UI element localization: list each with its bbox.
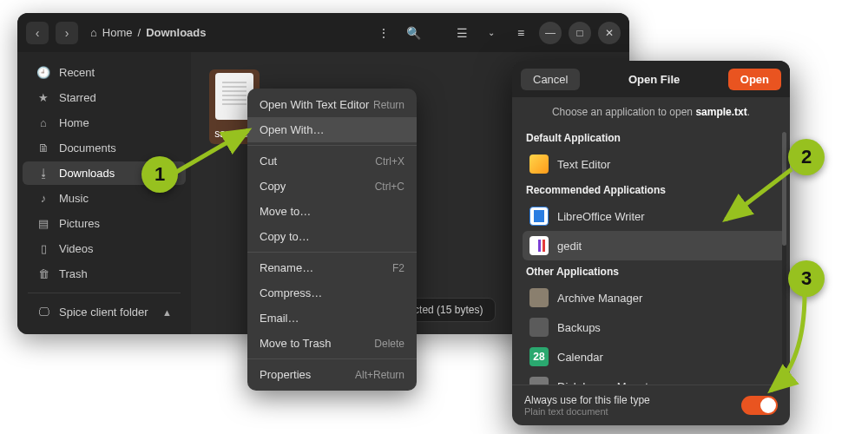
- dialog-subtitle: Choose an application to open sample.txt…: [512, 97, 790, 127]
- sidebar-item-trash[interactable]: 🗑Trash: [23, 262, 186, 286]
- ctx-copy[interactable]: CopyCtrl+C: [247, 174, 417, 199]
- app-disk-image-mounter[interactable]: Disk Image Mounter: [523, 372, 786, 385]
- open-button[interactable]: Open: [728, 69, 781, 90]
- home-icon: ⌂: [90, 26, 97, 39]
- ctx-shortcut: F2: [392, 262, 404, 274]
- application-list[interactable]: Default Application Text Editor Recommen…: [512, 127, 790, 385]
- view-dropdown-icon[interactable]: ⌄: [480, 22, 503, 44]
- ctx-label: Cut: [260, 155, 277, 168]
- context-menu: Open With Text EditorReturn Open With… C…: [247, 89, 417, 391]
- sidebar-item-label: Home: [59, 116, 89, 129]
- sidebar-item-videos[interactable]: ▯Videos: [23, 237, 186, 260]
- app-label: Archive Manager: [557, 292, 642, 305]
- open-file-dialog: Cancel Open File Open Choose an applicat…: [512, 61, 790, 425]
- sidebar-item-label: Spice client folder: [59, 306, 148, 319]
- dialog-title: Open File: [628, 73, 680, 86]
- document-icon: 🗎: [36, 141, 50, 155]
- backups-icon: [529, 318, 549, 337]
- sidebar: 🕘Recent ★Starred ⌂Home 🗎Documents ⭳Downl…: [17, 52, 191, 334]
- trash-icon: 🗑: [36, 267, 50, 280]
- disk-image-mounter-icon: [529, 377, 549, 385]
- ctx-compress[interactable]: Compress…: [247, 280, 417, 306]
- breadcrumb-current[interactable]: Downloads: [146, 26, 206, 39]
- ctx-shortcut: Return: [373, 99, 404, 111]
- sidebar-item-label: Recent: [59, 66, 95, 79]
- sidebar-item-starred[interactable]: ★Starred: [23, 86, 186, 109]
- nav-forward-button[interactable]: ›: [56, 22, 78, 44]
- sidebar-divider: [28, 293, 181, 293]
- star-icon: ★: [36, 91, 50, 104]
- ctx-separator: [247, 252, 417, 253]
- window-maximize-button[interactable]: □: [569, 22, 591, 44]
- hamburger-menu-button[interactable]: ≡: [510, 22, 532, 44]
- annotation-badge-3: 3: [788, 260, 825, 297]
- ctx-label: Open With Text Editor: [260, 98, 369, 111]
- ctx-move-to[interactable]: Move to…: [247, 199, 417, 224]
- ctx-open-with[interactable]: Open With…: [247, 117, 417, 142]
- sidebar-item-pictures[interactable]: ▤Pictures: [23, 212, 186, 235]
- ctx-move-to-trash[interactable]: Move to TrashDelete: [247, 331, 417, 356]
- ctx-rename[interactable]: Rename…F2: [247, 255, 417, 280]
- file-manager-header: ‹ › ⌂ Home / Downloads ⋮ 🔍 ☰ ⌄ ≡ — □ ✕: [17, 13, 629, 52]
- ctx-label: Copy to…: [260, 230, 310, 243]
- gedit-icon: [529, 236, 549, 255]
- videos-icon: ▯: [36, 242, 50, 255]
- app-label: Calendar: [557, 351, 603, 364]
- app-text-editor[interactable]: Text Editor: [523, 149, 786, 179]
- app-libreoffice-writer[interactable]: LibreOffice Writer: [523, 201, 786, 231]
- ctx-label: Open With…: [260, 123, 324, 136]
- text-editor-icon: [529, 155, 549, 174]
- ctx-shortcut: Ctrl+C: [375, 181, 404, 193]
- app-label: Disk Image Mounter: [557, 380, 658, 385]
- sidebar-item-label: Pictures: [59, 217, 100, 230]
- app-label: Text Editor: [557, 158, 610, 171]
- sidebar-item-label: Videos: [59, 242, 94, 255]
- dialog-subtitle-filename: sample.txt: [695, 106, 746, 118]
- ctx-label: Properties: [260, 368, 311, 381]
- app-gedit[interactable]: gedit: [523, 231, 786, 260]
- app-label: gedit: [557, 240, 582, 253]
- breadcrumb-separator: /: [138, 26, 141, 39]
- sidebar-item-label: Documents: [59, 141, 116, 155]
- section-other: Other Applications: [523, 260, 786, 283]
- path-menu-button[interactable]: ⋮: [372, 22, 395, 44]
- ctx-properties[interactable]: PropertiesAlt+Return: [247, 362, 417, 387]
- libreoffice-writer-icon: [529, 207, 549, 226]
- nav-back-button[interactable]: ‹: [26, 22, 49, 44]
- monitor-icon: 🖵: [36, 306, 50, 319]
- app-backups[interactable]: Backups: [523, 312, 786, 342]
- dialog-footer: Always use for this file type Plain text…: [512, 385, 790, 425]
- app-calendar[interactable]: 28Calendar: [523, 342, 786, 372]
- sidebar-item-label: Trash: [59, 267, 88, 280]
- app-archive-manager[interactable]: Archive Manager: [523, 283, 786, 312]
- window-close-button[interactable]: ✕: [598, 22, 621, 44]
- breadcrumb[interactable]: ⌂ Home / Downloads: [90, 26, 207, 39]
- window-minimize-button[interactable]: —: [539, 22, 562, 44]
- cancel-button[interactable]: Cancel: [521, 69, 580, 90]
- ctx-separator: [247, 358, 417, 359]
- ctx-label: Email…: [260, 312, 299, 325]
- view-list-button[interactable]: ☰: [450, 22, 473, 44]
- sidebar-item-spice-client[interactable]: 🖵Spice client folder▲: [23, 300, 186, 324]
- section-default: Default Application: [523, 127, 786, 149]
- sidebar-item-recent[interactable]: 🕘Recent: [23, 61, 186, 84]
- ctx-open-with-text-editor[interactable]: Open With Text EditorReturn: [247, 92, 417, 117]
- always-use-label: Always use for this file type: [524, 394, 650, 406]
- mime-label: Plain text document: [524, 406, 650, 417]
- search-button[interactable]: 🔍: [402, 22, 424, 44]
- ctx-email[interactable]: Email…: [247, 306, 417, 331]
- always-use-toggle[interactable]: [741, 396, 778, 415]
- sidebar-item-home[interactable]: ⌂Home: [23, 111, 186, 135]
- ctx-shortcut: Alt+Return: [355, 369, 404, 381]
- scrollbar[interactable]: [782, 132, 786, 379]
- ctx-cut[interactable]: CutCtrl+X: [247, 148, 417, 174]
- section-recommended: Recommended Applications: [523, 179, 786, 201]
- music-icon: ♪: [36, 192, 50, 205]
- app-label: LibreOffice Writer: [557, 210, 645, 223]
- sidebar-item-label: Downloads: [59, 167, 115, 180]
- breadcrumb-home[interactable]: Home: [102, 26, 133, 39]
- sidebar-item-label: Starred: [59, 91, 96, 104]
- eject-icon[interactable]: ▲: [162, 307, 172, 318]
- annotation-badge-1: 1: [141, 156, 178, 193]
- ctx-copy-to[interactable]: Copy to…: [247, 224, 417, 249]
